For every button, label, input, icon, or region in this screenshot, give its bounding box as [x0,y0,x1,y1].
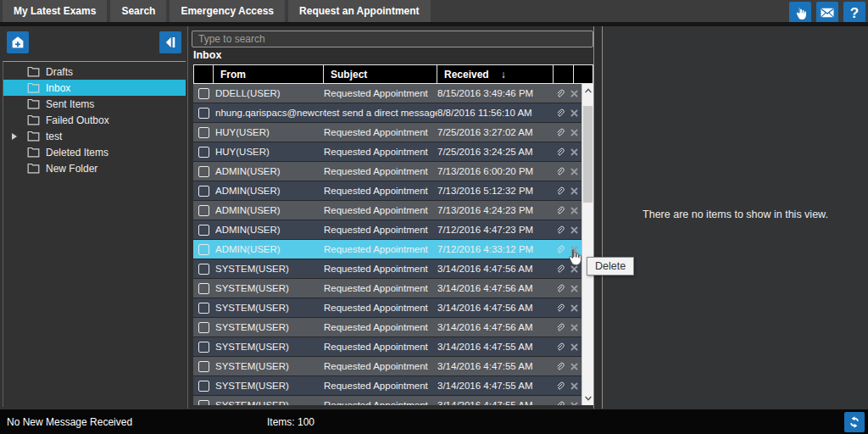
message-subject: Requested Appointment [324,127,437,137]
delete-message-button[interactable] [567,186,581,196]
hand-pointer-icon [793,6,808,20]
message-from: nhung.qarispacs@newcrop... [214,108,324,118]
message-from: SYSTEM(USER) [214,303,324,313]
nav-tab[interactable]: Emergency Access [170,0,285,22]
message-row[interactable]: HUY(USER) Requested Appointment 7/25/201… [193,142,581,162]
folder-icon [27,114,41,126]
delete-message-button[interactable] [567,206,581,215]
row-checkbox[interactable] [198,127,209,138]
folder-item[interactable]: Sent Items [3,96,186,112]
message-row[interactable]: SYSTEM(USER) Requested Appointment 3/14/… [193,318,581,337]
row-checkbox[interactable] [198,381,209,392]
touch-mode-button[interactable] [789,2,811,24]
row-checkbox[interactable] [198,361,209,372]
message-received: 3/14/2016 4:47:55 AM [437,342,553,352]
delete-message-button[interactable] [567,108,581,118]
message-row[interactable]: nhung.qarispacs@newcrop... test send a d… [193,103,581,123]
row-checkbox[interactable] [198,244,209,255]
header-subject[interactable]: Subject [324,65,437,83]
message-from: SYSTEM(USER) [214,283,324,293]
row-checkbox[interactable] [198,322,209,333]
message-row[interactable]: ADMIN(USER) Requested Appointment 7/12/2… [193,220,581,240]
panel-splitter[interactable] [593,26,603,409]
message-row[interactable]: SYSTEM(USER) Requested Appointment 3/14/… [193,376,581,396]
row-checkbox[interactable] [198,108,209,119]
row-checkbox[interactable] [198,205,209,216]
delete-message-button[interactable] [567,401,581,406]
delete-message-button[interactable] [567,225,581,235]
message-from: ADMIN(USER) [214,186,324,196]
scrollbar-thumb[interactable] [583,106,593,203]
folder-item[interactable]: Drafts [3,64,186,80]
nav-tab[interactable]: Request an Appointment [288,0,431,22]
message-row[interactable]: DDELL(USER) Requested Appointment 8/15/2… [193,84,581,103]
sort-descending-icon: ↓ [501,69,506,81]
delete-message-button[interactable] [567,284,581,293]
collapse-panel-button[interactable] [159,31,181,53]
delete-message-button[interactable] [567,167,581,176]
message-from: SYSTEM(USER) [214,342,324,352]
row-checkbox[interactable] [198,303,209,314]
folder-item[interactable]: Inbox [3,80,186,96]
message-row[interactable]: SYSTEM(USER) Requested Appointment 3/14/… [193,298,581,318]
row-checkbox[interactable] [198,186,209,197]
folder-item[interactable]: test [3,128,186,144]
folder-item[interactable]: Deleted Items [3,144,186,160]
delete-message-button[interactable] [567,342,581,352]
message-received: 8/8/2016 11:56:10 AM [437,108,553,118]
message-row[interactable]: SYSTEM(USER) Requested Appointment 3/14/… [193,396,581,405]
delete-message-button[interactable] [567,128,581,137]
delete-message-button[interactable] [567,381,581,391]
message-subject: Requested Appointment [324,244,437,254]
row-checkbox[interactable] [198,342,209,353]
envelope-icon [820,6,835,19]
scroll-down-button[interactable] [582,392,594,405]
delete-message-button[interactable] [567,303,581,313]
row-checkbox[interactable] [198,147,209,158]
delete-message-button[interactable] [567,323,581,332]
message-row[interactable]: HUY(USER) Requested Appointment 7/25/201… [193,123,581,142]
search-input[interactable] [192,31,593,47]
message-from: ADMIN(USER) [214,244,324,254]
header-delete-column [574,65,593,83]
items-count: Items: 100 [267,416,314,428]
header-received[interactable]: Received ↓ [437,65,554,83]
folder-item[interactable]: Failed Outbox [3,112,186,128]
row-checkbox[interactable] [198,166,209,177]
message-row[interactable]: SYSTEM(USER) Requested Appointment 3/14/… [193,279,581,298]
attachment-icon [553,400,567,406]
refresh-button[interactable] [844,412,865,432]
expand-arrow-icon[interactable] [12,133,17,140]
message-row[interactable]: ADMIN(USER) Requested Appointment 7/12/2… [193,240,581,259]
message-row[interactable]: SYSTEM(USER) Requested Appointment 3/14/… [193,337,581,357]
delete-message-button[interactable] [567,362,581,371]
message-row[interactable]: SYSTEM(USER) Requested Appointment 3/14/… [193,259,581,279]
message-list-scrollbar[interactable] [581,84,593,405]
row-checkbox[interactable] [198,400,209,406]
message-row[interactable]: ADMIN(USER) Requested Appointment 7/13/2… [193,201,581,220]
row-checkbox[interactable] [198,88,209,99]
new-message-button[interactable] [7,31,29,53]
folder-label: Inbox [46,82,70,94]
refresh-icon [848,415,861,429]
attachment-icon [553,205,567,216]
row-checkbox[interactable] [198,225,209,236]
delete-message-button[interactable] [567,147,581,157]
message-row[interactable]: ADMIN(USER) Requested Appointment 7/13/2… [193,181,581,201]
nav-tab[interactable]: My Latest Exams [3,0,107,22]
row-checkbox[interactable] [198,264,209,275]
message-subject: test send a direct message ... [324,108,437,118]
delete-message-button[interactable] [567,89,581,98]
folder-item[interactable]: New Folder [3,160,186,176]
message-received: 7/12/2016 4:47:23 PM [437,225,553,235]
row-checkbox[interactable] [198,283,209,294]
header-from[interactable]: From [214,65,324,83]
message-row[interactable]: SYSTEM(USER) Requested Appointment 3/14/… [193,357,581,376]
message-row[interactable]: ADMIN(USER) Requested Appointment 7/13/2… [193,162,581,181]
scroll-up-button[interactable] [582,84,594,97]
message-subject: Requested Appointment [324,361,437,371]
messages-button[interactable] [816,2,838,24]
message-received: 7/13/2016 6:00:20 PM [437,166,553,176]
help-button[interactable]: ? [843,2,865,24]
nav-tab[interactable]: Search [110,0,166,22]
